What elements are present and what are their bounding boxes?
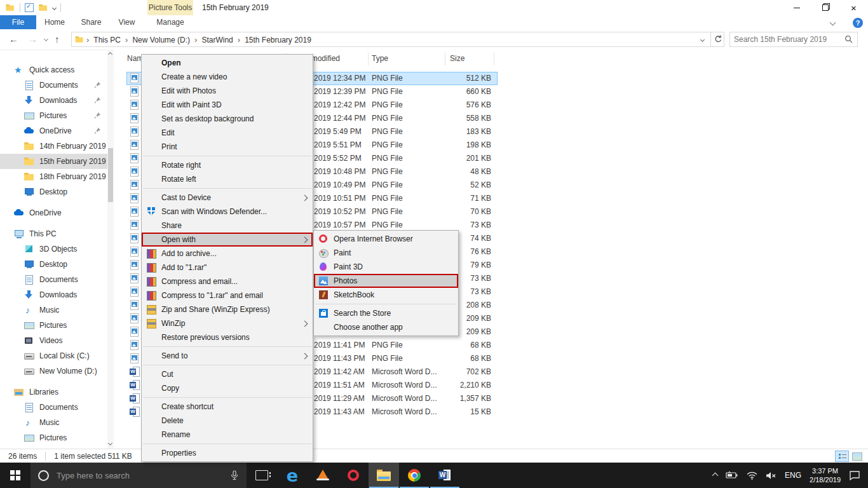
- back-button[interactable]: ←: [9, 34, 18, 45]
- sidebar-item-desktop[interactable]: Desktop: [0, 184, 107, 200]
- scroll-down-icon[interactable]: [108, 441, 112, 445]
- wifi-icon[interactable]: [747, 471, 757, 480]
- action-center-icon[interactable]: [849, 470, 860, 480]
- qat-customize-icon[interactable]: [52, 5, 57, 10]
- taskbar-search-box[interactable]: Type here to search: [31, 463, 247, 488]
- context-menu-item-restore-previous-versions[interactable]: Restore previous versions: [142, 330, 313, 344]
- breadcrumb-item-15th-february-2019[interactable]: 15th February 2019: [242, 36, 314, 44]
- sidebar-item-18th-february-2019[interactable]: 18th February 2019: [0, 169, 107, 184]
- open-with-item-opera-internet-browser[interactable]: Opera Internet Browser: [314, 232, 458, 246]
- context-menu-item-compress-to-1-rar-and-email[interactable]: Compress to "1.rar" and email: [142, 288, 313, 302]
- breadcrumb-item-starwind[interactable]: StarWind: [199, 36, 235, 44]
- sidebar-item-desktop[interactable]: Desktop: [0, 257, 107, 272]
- restore-button[interactable]: [811, 0, 839, 15]
- qat-new-folder-button[interactable]: [39, 3, 48, 12]
- tab-manage[interactable]: Manage: [147, 15, 193, 29]
- column-divider[interactable]: [445, 53, 445, 65]
- battery-icon[interactable]: [726, 471, 738, 479]
- recent-locations-icon[interactable]: [44, 37, 48, 41]
- taskbar-edge-button[interactable]: e: [277, 463, 308, 488]
- open-with-item-search-the-store[interactable]: Search the Store: [314, 306, 458, 320]
- context-menu-item-add-to-1-rar[interactable]: Add to "1.rar": [142, 261, 313, 274]
- column-divider[interactable]: [368, 53, 369, 65]
- close-button[interactable]: ×: [839, 0, 868, 15]
- sidebar-item-3d-objects[interactable]: 3D Objects: [0, 241, 107, 257]
- refresh-icon[interactable]: [712, 34, 724, 44]
- open-with-item-paint-3d[interactable]: Paint 3D: [314, 260, 458, 274]
- column-header-size[interactable]: Size: [450, 54, 465, 63]
- help-button[interactable]: ?: [853, 18, 863, 28]
- forward-button[interactable]: →: [28, 34, 37, 45]
- sidebar-item-quick-access[interactable]: Quick access: [0, 62, 107, 78]
- clock[interactable]: 3:37 PM 2/18/2019: [810, 466, 841, 484]
- context-menu-item-set-as-desktop-background[interactable]: Set as desktop background: [142, 112, 313, 126]
- context-menu-item-winzip[interactable]: WinZip: [142, 316, 313, 330]
- sidebar-item-onedrive[interactable]: OneDrive: [0, 205, 107, 220]
- context-menu-item-cast-to-device[interactable]: Cast to Device: [142, 191, 313, 205]
- breadcrumb-item-this-pc[interactable]: This PC: [91, 36, 123, 44]
- scroll-up-icon[interactable]: [108, 52, 112, 57]
- start-button[interactable]: [0, 463, 31, 488]
- context-menu-item-compress-and-email[interactable]: Compress and email...: [142, 274, 313, 288]
- context-menu-item-edit-with-paint-3d[interactable]: Edit with Paint 3D: [142, 98, 313, 112]
- picture-tools-contextual-tab[interactable]: Picture Tools: [147, 0, 193, 15]
- column-header-type[interactable]: Type: [372, 54, 388, 63]
- context-menu-item-rename[interactable]: Rename: [142, 428, 313, 442]
- microphone-icon[interactable]: [230, 470, 239, 481]
- tab-file[interactable]: File: [0, 15, 36, 29]
- context-menu-item-edit[interactable]: Edit: [142, 126, 313, 140]
- tab-view[interactable]: View: [109, 15, 144, 29]
- context-menu-item-copy[interactable]: Copy: [142, 381, 313, 395]
- tab-share[interactable]: Share: [73, 15, 109, 29]
- sidebar-item-documents[interactable]: Documents: [0, 78, 107, 93]
- taskbar-file-explorer-button[interactable]: [369, 463, 399, 488]
- up-button[interactable]: ↑: [55, 34, 60, 45]
- taskbar-word-button[interactable]: [430, 463, 460, 488]
- context-menu-item-scan-with-windows-defender[interactable]: Scan with Windows Defender...: [142, 205, 313, 219]
- navigation-scrollbar[interactable]: [107, 50, 114, 449]
- context-menu-item-open-with[interactable]: Open with: [142, 233, 313, 247]
- scrollbar-thumb[interactable]: [108, 148, 113, 202]
- open-with-item-sketchbook[interactable]: SketchBook: [314, 288, 458, 302]
- context-menu-item-delete[interactable]: Delete: [142, 414, 313, 428]
- breadcrumb-item-new-volume-d[interactable]: New Volume (D:): [130, 36, 193, 44]
- context-menu-item-cut[interactable]: Cut: [142, 367, 313, 381]
- task-view-button[interactable]: [247, 463, 277, 488]
- details-view-button[interactable]: [835, 451, 849, 462]
- sidebar-item-14th-february-2019[interactable]: 14th February 2019: [0, 139, 107, 154]
- sidebar-item-new-volume-d[interactable]: New Volume (D:): [0, 363, 107, 379]
- sidebar-item-pictures[interactable]: Pictures: [0, 430, 107, 445]
- tab-home[interactable]: Home: [36, 15, 73, 29]
- context-menu-item-open[interactable]: Open: [142, 56, 313, 70]
- sidebar-item-videos[interactable]: Videos: [0, 333, 107, 348]
- sidebar-item-music[interactable]: Music: [0, 415, 107, 430]
- sidebar-item-downloads[interactable]: Downloads: [0, 93, 107, 108]
- context-menu-item-create-shortcut[interactable]: Create shortcut: [142, 400, 313, 414]
- open-with-item-paint[interactable]: Paint: [314, 246, 458, 260]
- search-box[interactable]: Search 15th February 2019: [729, 32, 858, 47]
- context-menu-item-send-to[interactable]: Send to: [142, 349, 313, 363]
- context-menu-item-properties[interactable]: Properties: [142, 446, 313, 460]
- sidebar-item-libraries[interactable]: Libraries: [0, 384, 107, 400]
- sidebar-item-music[interactable]: Music: [0, 302, 107, 318]
- context-menu-item-share[interactable]: Share: [142, 219, 313, 233]
- taskbar-opera-button[interactable]: [338, 463, 369, 488]
- language-indicator[interactable]: ENG: [785, 471, 801, 480]
- context-menu-item-create-a-new-video[interactable]: Create a new video: [142, 70, 313, 84]
- open-with-item-photos[interactable]: Photos: [314, 274, 458, 288]
- volume-muted-icon[interactable]: [766, 471, 776, 480]
- large-icons-view-button[interactable]: [850, 451, 864, 462]
- sidebar-item-pictures[interactable]: Pictures: [0, 318, 107, 333]
- taskbar-chrome-button[interactable]: [399, 463, 430, 488]
- context-menu-item-rotate-right[interactable]: Rotate right: [142, 158, 313, 172]
- sidebar-item-this-pc[interactable]: This PC: [0, 226, 107, 241]
- sidebar-item-pictures[interactable]: Pictures: [0, 108, 107, 123]
- context-menu-item-zip-and-share-winzip-express[interactable]: Zip and Share (WinZip Express): [142, 302, 313, 316]
- open-with-item-choose-another-app[interactable]: Choose another app: [314, 320, 458, 334]
- qat-properties-button[interactable]: [25, 3, 34, 12]
- sidebar-item-onedrive[interactable]: OneDrive: [0, 123, 107, 139]
- column-divider[interactable]: [494, 53, 494, 65]
- sidebar-item-local-disk-c[interactable]: Local Disk (C:): [0, 348, 107, 363]
- sidebar-item-documents[interactable]: Documents: [0, 272, 107, 287]
- sidebar-item-15th-february-2019[interactable]: 15th February 2019: [0, 154, 107, 169]
